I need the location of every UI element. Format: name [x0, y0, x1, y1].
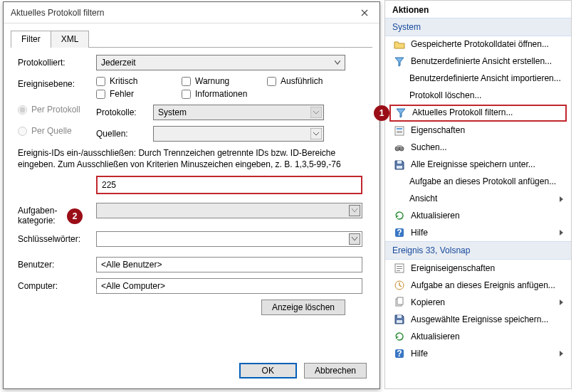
event-id-input[interactable]: [96, 176, 362, 194]
chevron-down-icon: [349, 233, 360, 245]
select-protokolliert-value: Jederzeit: [101, 58, 136, 68]
radio-per-quelle: Per Quelle: [18, 126, 96, 136]
label-schluesselwoerter: Schlüsselwörter:: [18, 231, 96, 244]
svg-rect-1: [310, 128, 322, 139]
label-aufgabenkategorie: Aufgaben- kategorie:: [18, 203, 96, 226]
copy-icon: [394, 297, 405, 308]
binoculars-icon: [394, 142, 405, 154]
action-copy-submenu[interactable]: Kopieren: [385, 294, 571, 311]
cancel-button[interactable]: Abbrechen: [304, 363, 367, 378]
action-help-event[interactable]: ? Hilfe: [385, 345, 571, 362]
action-attach-task-event[interactable]: Aufgabe an dieses Ereignis anfügen...: [385, 277, 571, 294]
chevron-down-icon: [310, 128, 322, 139]
attach-task-icon: [394, 280, 405, 291]
refresh-icon: [394, 210, 405, 221]
action-properties[interactable]: Eigenschaften: [385, 122, 571, 139]
titlebar: Aktuelles Protokoll filtern: [4, 2, 379, 23]
refresh-icon: [394, 331, 405, 342]
svg-rect-21: [397, 320, 402, 323]
radio-per-protokoll-input: [18, 105, 27, 115]
funnel-icon: [394, 56, 405, 68]
label-ereignisebene: Ereignisebene:: [18, 76, 96, 89]
chevron-down-icon: [349, 205, 360, 216]
label-benutzer: Benutzer:: [18, 257, 96, 270]
input-computer[interactable]: [96, 278, 362, 294]
checkbox-ausfuehrlich-input[interactable]: [267, 77, 276, 86]
select-aufgabenkategorie: [96, 203, 362, 218]
callout-1: 1: [374, 105, 389, 121]
action-filter-current-highlight: Aktuelles Protokoll filtern...: [389, 105, 567, 122]
chevron-right-icon: [560, 300, 564, 305]
filter-form: Protokolliert: Jederzeit Ereignisebene: …: [4, 48, 379, 315]
action-save-all-events[interactable]: Alle Ereignisse speichern unter...: [385, 157, 571, 174]
svg-rect-4: [397, 131, 402, 132]
close-button[interactable]: [350, 2, 379, 23]
select-protokolle-value: System: [158, 107, 187, 117]
help-icon: ?: [394, 348, 405, 359]
svg-rect-3: [397, 128, 402, 129]
checkbox-warnung-input[interactable]: [182, 77, 191, 86]
checkbox-fehler[interactable]: Fehler: [96, 89, 167, 99]
chevron-right-icon: [560, 351, 564, 356]
select-protokolliert[interactable]: Jederzeit: [96, 55, 345, 70]
svg-rect-0: [310, 107, 322, 118]
label-protokolliert: Protokolliert:: [18, 55, 96, 68]
dialog-button-row: OK Abbrechen: [239, 363, 367, 378]
action-clear-log[interactable]: Protokoll löschen...: [385, 88, 571, 105]
chevron-down-icon: [332, 57, 343, 68]
label-computer: Computer:: [18, 278, 96, 291]
action-import-custom-view[interactable]: Benutzerdefinierte Ansicht importieren..…: [385, 70, 571, 88]
svg-rect-8: [397, 145, 402, 147]
checkbox-kritisch[interactable]: Kritisch: [96, 76, 167, 86]
chevron-right-icon: [560, 196, 564, 202]
checkbox-fehler-input[interactable]: [96, 90, 105, 99]
svg-rect-16: [397, 270, 400, 271]
svg-rect-5: [397, 132, 402, 133]
label-protokolle: Protokolle:: [96, 105, 153, 117]
action-refresh-event[interactable]: Aktualisieren: [385, 328, 571, 345]
select-quellen[interactable]: [153, 126, 324, 142]
event-properties-icon: [394, 263, 405, 274]
group-system-header: System: [385, 18, 571, 36]
svg-rect-9: [397, 161, 402, 164]
action-help-system[interactable]: ? Hilfe: [385, 224, 571, 241]
checkbox-warnung[interactable]: Warnung: [182, 76, 253, 86]
tab-xml[interactable]: XML: [51, 31, 90, 48]
action-filter-current-log[interactable]: Aktuelles Protokoll filtern...: [395, 107, 562, 119]
callout-2: 2: [67, 208, 83, 224]
action-view-submenu[interactable]: Ansicht: [385, 191, 571, 208]
action-event-properties[interactable]: Ereigniseigenschaften: [385, 260, 571, 277]
actions-pane-title: Aktionen: [385, 1, 571, 18]
svg-rect-14: [397, 266, 402, 267]
select-schluesselwoerter[interactable]: [96, 231, 362, 247]
checkbox-ausfuehrlich[interactable]: Ausführlich: [267, 76, 352, 86]
label-quellen: Quellen:: [96, 126, 153, 139]
action-create-custom-view[interactable]: Benutzerdefinierte Ansicht erstellen...: [385, 53, 571, 70]
help-icon: ?: [394, 227, 405, 238]
clear-button[interactable]: Anzeige löschen: [261, 300, 345, 315]
tab-filter[interactable]: Filter: [11, 31, 51, 48]
checkbox-kritisch-input[interactable]: [96, 77, 105, 86]
action-attach-task-log[interactable]: Aufgabe an dieses Protokoll anfügen...: [385, 174, 571, 191]
dialog-title: Aktuelles Protokoll filtern: [11, 8, 104, 18]
action-open-saved-log[interactable]: Gespeicherte Protokolldatei öffnen...: [385, 36, 571, 53]
checkbox-informationen[interactable]: Informationen: [182, 89, 267, 99]
actions-pane: Aktionen System Gespeicherte Protokollda…: [384, 0, 572, 389]
level-checkbox-group: Kritisch Warnung Ausführlich Fehler Info…: [96, 76, 352, 99]
svg-rect-10: [397, 166, 402, 169]
folder-open-icon: [394, 39, 405, 51]
tab-bar: Filter XML: [11, 29, 372, 48]
action-refresh-system[interactable]: Aktualisieren: [385, 207, 571, 224]
action-find[interactable]: Suchen...: [385, 139, 571, 157]
select-protokolle: System: [153, 105, 324, 120]
chevron-down-icon: [310, 107, 322, 118]
action-save-selected-events[interactable]: Ausgewählte Ereignisse speichern...: [385, 311, 571, 328]
svg-rect-19: [397, 297, 403, 304]
input-benutzer[interactable]: [96, 257, 362, 272]
ok-button[interactable]: OK: [239, 363, 297, 378]
checkbox-informationen-input[interactable]: [182, 90, 191, 99]
funnel-icon: [395, 107, 407, 119]
radio-per-protokoll: Per Protokoll: [18, 105, 96, 115]
chevron-right-icon: [560, 230, 564, 235]
svg-text:?: ?: [397, 228, 402, 238]
